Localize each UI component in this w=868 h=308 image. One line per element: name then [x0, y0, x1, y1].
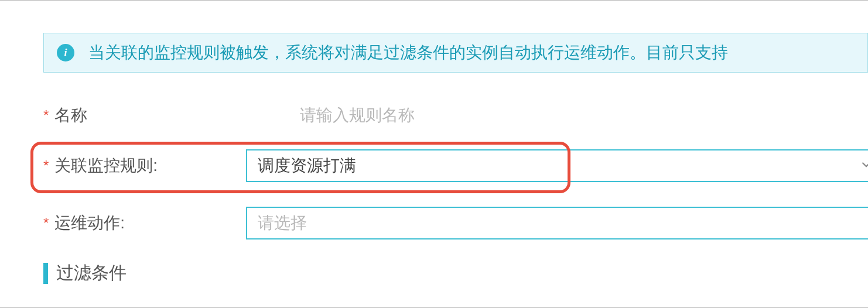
- monitor-rule-select[interactable]: 调度资源打满: [246, 149, 868, 182]
- label-name: 名称: [54, 104, 87, 126]
- required-star-icon: *: [43, 215, 49, 231]
- form-row-ops-action: * 运维动作: 请选择: [43, 206, 868, 240]
- section-title-filter: 过滤条件: [56, 261, 127, 285]
- label-wrap-name: * 名称: [43, 104, 289, 126]
- label-wrap-monitor: * 关联监控规则:: [43, 155, 246, 177]
- monitor-rule-value: 调度资源打满: [258, 155, 857, 177]
- section-header-filter: 过滤条件: [43, 261, 868, 285]
- label-monitor-rule: 关联监控规则:: [54, 155, 158, 177]
- required-star-icon: *: [43, 158, 49, 174]
- label-wrap-ops: * 运维动作:: [43, 212, 246, 234]
- info-icon: i: [57, 44, 74, 61]
- form-row-name: * 名称: [43, 98, 868, 132]
- ops-action-select[interactable]: 请选择: [246, 207, 868, 239]
- form-row-monitor-rule: * 关联监控规则: 调度资源打满: [43, 149, 868, 183]
- section-accent-bar: [43, 263, 48, 284]
- ops-action-placeholder: 请选择: [258, 212, 857, 234]
- required-star-icon: *: [43, 107, 49, 124]
- info-banner: i 当关联的监控规则被触发，系统将对满足过滤条件的实例自动执行运维动作。目前只支…: [43, 33, 868, 73]
- info-banner-text: 当关联的监控规则被触发，系统将对满足过滤条件的实例自动执行运维动作。目前只支持: [88, 42, 728, 64]
- chevron-down-icon: [859, 157, 868, 174]
- name-input[interactable]: [289, 99, 868, 132]
- form-container: i 当关联的监控规则被触发，系统将对满足过滤条件的实例自动执行运维动作。目前只支…: [0, 0, 868, 285]
- label-ops-action: 运维动作:: [54, 212, 125, 234]
